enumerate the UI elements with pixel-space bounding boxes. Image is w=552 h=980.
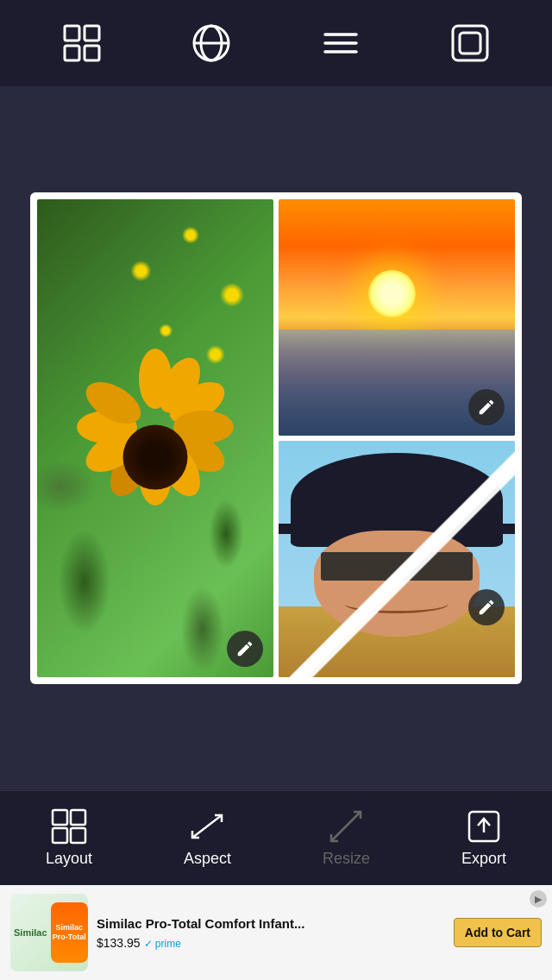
grid-button[interactable]	[56, 17, 108, 69]
photo-cell-flower[interactable]	[37, 199, 273, 677]
ad-content: Similac Pro-Total Comfort Infant... $133…	[97, 915, 445, 950]
ad-image: Similac SimilacPro-Total	[10, 894, 88, 971]
svg-rect-12	[53, 810, 67, 825]
svg-line-17	[331, 812, 361, 841]
svg-rect-10	[453, 26, 487, 60]
ad-brand: Similac	[10, 924, 51, 941]
svg-rect-14	[53, 828, 67, 843]
svg-line-16	[192, 815, 222, 838]
photo-cell-sunset[interactable]	[279, 199, 515, 436]
top-toolbar	[0, 0, 552, 86]
layers-button[interactable]	[185, 17, 237, 69]
ad-close-button[interactable]: ▶	[530, 890, 547, 908]
aspect-button[interactable]: Aspect	[170, 801, 245, 875]
layout-button[interactable]: Layout	[32, 801, 106, 875]
frame-button[interactable]	[444, 17, 496, 69]
edit-button-person[interactable]	[468, 589, 505, 625]
ad-cta-button[interactable]: Add to Cart	[454, 918, 542, 947]
svg-rect-0	[65, 26, 79, 41]
svg-rect-11	[460, 33, 480, 53]
ad-price: $133.95 ✓ prime	[97, 936, 445, 950]
svg-rect-15	[71, 828, 85, 843]
svg-rect-2	[65, 46, 79, 60]
export-button[interactable]: Export	[448, 801, 520, 875]
svg-rect-13	[71, 810, 85, 825]
photo-cell-person[interactable]	[279, 441, 515, 677]
ad-title: Similac Pro-Total Comfort Infant...	[97, 915, 445, 933]
canvas-area	[0, 86, 552, 790]
svg-rect-3	[85, 46, 99, 60]
menu-button[interactable]	[315, 17, 367, 69]
edit-button-flower[interactable]	[227, 631, 263, 667]
bottom-toolbar: Layout Aspect Resize Export	[0, 790, 552, 885]
resize-button[interactable]: Resize	[309, 801, 384, 875]
ad-banner: Similac SimilacPro-Total Similac Pro-Tot…	[0, 885, 552, 980]
collage-frame	[30, 192, 522, 684]
svg-rect-1	[85, 26, 99, 41]
edit-button-sunset[interactable]	[468, 389, 505, 425]
